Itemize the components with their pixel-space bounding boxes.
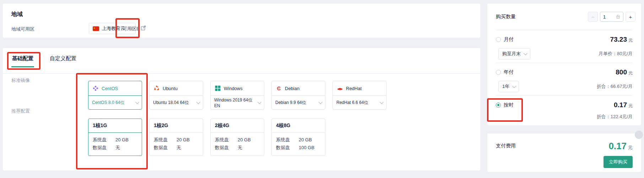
tab-basic-config[interactable]: 基础配置 [11,54,34,67]
quantity-input-box: 台 [600,12,623,22]
tabs-divider [3,73,480,74]
disk-value: 20 GB [115,136,129,144]
redhat-icon [337,85,343,91]
recommended-config-label: 推荐配置 [11,108,30,114]
os-version-select-debian[interactable]: Debian 9.9 64位 [272,95,325,109]
chevron-down-icon [258,100,261,104]
plan-hourly-option[interactable]: 按时 [496,102,514,108]
plan-monthly-label: 月付 [504,36,514,43]
quantity-input[interactable] [603,14,612,20]
radio-monthly[interactable] [496,37,501,42]
os-card-centos[interactable]: CentOS CentOS 8.0 64位 [88,81,142,110]
config-card: 基础配置 自定义配置 标准镜像 CentOS CentOS 8.0 64位 [3,48,480,171]
centos-icon [93,85,98,91]
disk-value: 20 GB [238,136,251,144]
os-version-select-redhat[interactable]: RedHat 6.6 64位 [333,95,386,109]
spec-details: 系统盘20 GB 数据盘无 [150,133,203,156]
buy-now-button[interactable]: 立即购买 [604,156,633,168]
plan-yearly-label: 年付 [504,69,514,75]
spec-details: 系统盘20 GB 数据盘无 [211,133,264,156]
disk-label: 数据盘 [276,144,299,152]
os-name: Debian [285,86,299,91]
chevron-down-icon [319,100,323,104]
windows-icon [215,85,221,91]
china-flag-icon [93,26,99,31]
pay-price: 0.17元 [608,141,633,152]
spec-card-4c8g[interactable]: 4核8G 系统盘20 GB 数据盘100 GB [271,119,325,156]
chevron-down-icon [524,51,527,55]
plan-yearly-option[interactable]: 年付 [496,69,514,75]
spec-row: 1核1G 系统盘20 GB 数据盘无 1核2G 系统盘20 GB 数据盘无 2核… [88,119,325,156]
plan-monthly-option[interactable]: 月付 [496,36,514,43]
region-card: 地域 地域可用区 上海教育云 可用区B [3,4,480,38]
os-version-select-centos[interactable]: CentOS 8.0 64位 [88,95,142,109]
spec-name: 1核1G [88,119,142,133]
os-version-select-ubuntu[interactable]: Ubuntu 18.04 64位 [150,95,203,109]
monthly-unit-price-note: 月单价：80元/月 [599,51,633,57]
monthly-duration-select[interactable]: 购至月末 [498,48,530,59]
quantity-minus-button[interactable]: − [588,12,598,22]
os-card-windows[interactable]: Windows Windows 2019 64位 EN [210,81,264,110]
disk-value: 无 [177,144,181,152]
plan-yearly-price: 800元 [616,68,633,76]
disk-label: 系统盘 [93,136,115,144]
external-link-icon[interactable] [141,25,146,31]
disk-value: 无 [238,144,242,152]
os-version-value: Ubuntu 18.04 64位 [153,100,189,106]
quantity-row: 购买数量 − 台 + [487,4,641,30]
spec-name: 2核4G [211,119,264,133]
plan-monthly: 月付 73.23元 购至月末 月单价：80元/月 [496,30,633,63]
os-card-windows-header[interactable]: Windows [211,81,264,95]
os-card-debian[interactable]: Debian Debian 9.9 64位 [271,81,325,110]
os-card-ubuntu[interactable]: Ubuntu Ubuntu 18.04 64位 [149,81,203,110]
floating-widget [635,131,643,139]
disk-label: 数据盘 [93,144,115,152]
radio-yearly[interactable] [496,70,501,75]
disk-value: 20 GB [177,136,190,144]
spec-name: 1核2G [150,119,203,133]
currency-unit: 元 [628,38,633,43]
region-zone-label: 地域可用区 [11,26,34,32]
spec-details: 系统盘20 GB 数据盘无 [88,133,142,156]
os-card-ubuntu-header[interactable]: Ubuntu [150,81,203,95]
quantity-unit: 台 [616,14,620,20]
chevron-down-icon [135,100,139,104]
os-card-redhat-header[interactable]: RedHat [333,81,386,95]
disk-value: 20 GB [299,136,312,144]
spec-card-1c2g[interactable]: 1核2G 系统盘20 GB 数据盘无 [149,119,203,156]
disk-label: 系统盘 [215,136,238,144]
quantity-stepper: − 台 + [588,12,635,22]
ubuntu-icon [154,85,159,91]
standard-image-label: 标准镜像 [11,77,30,84]
os-image-row: CentOS CentOS 8.0 64位 Ubuntu [88,81,386,110]
plan-yearly: 年付 800元 1年 折合：66.67元/月 [496,63,633,95]
debian-icon [276,85,282,91]
currency-unit: 元 [628,70,633,75]
radio-hourly[interactable] [496,103,501,108]
billing-card: 购买数量 − 台 + 月付 73.23元 购至月末 [487,4,641,125]
availability-zone-label[interactable]: 可用区B [123,26,140,32]
tab-custom-config[interactable]: 自定义配置 [49,54,77,67]
os-name: Ubuntu [163,86,178,91]
currency-unit: 元 [628,145,633,150]
os-card-debian-header[interactable]: Debian [272,81,325,95]
os-card-centos-header[interactable]: CentOS [88,81,142,95]
spec-card-2c4g[interactable]: 2核4G 系统盘20 GB 数据盘无 [210,119,264,156]
quantity-plus-button[interactable]: + [626,12,635,22]
yearly-duration-select[interactable]: 1年 [498,81,519,92]
chevron-down-icon [380,100,384,104]
pay-card: 支付费用 0.17元 立即购买 [487,134,641,172]
currency-unit: 元 [628,103,633,108]
yearly-converted-note: 折合：66.67元/月 [597,83,633,90]
spec-name: 4核8G [272,119,325,133]
config-tabs: 基础配置 自定义配置 [11,54,77,67]
chevron-down-icon [512,84,516,88]
os-version-value: Windows 2019 64位 EN [214,97,258,108]
spec-card-1c1g[interactable]: 1核1G 系统盘20 GB 数据盘无 [88,119,142,156]
os-card-redhat[interactable]: RedHat RedHat 6.6 64位 [332,81,386,110]
os-version-select-windows[interactable]: Windows 2019 64位 EN [211,95,264,109]
disk-label: 数据盘 [215,144,238,152]
disk-label: 系统盘 [276,136,299,144]
chevron-down-icon [196,100,200,104]
os-version-value: Debian 9.9 64位 [275,100,306,106]
